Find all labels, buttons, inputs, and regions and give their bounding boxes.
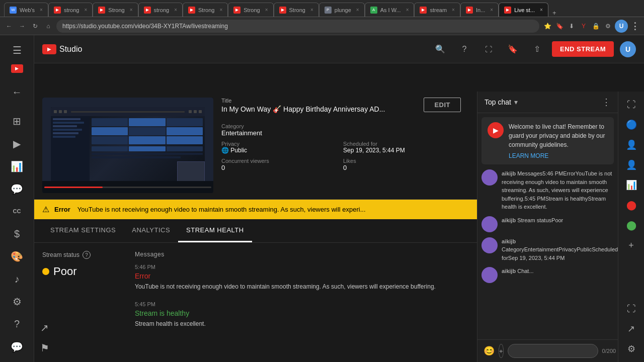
close-icon[interactable]: × xyxy=(540,7,543,13)
tab-as-i-w[interactable]: A As I W... × xyxy=(365,3,415,17)
tab-stream-settings[interactable]: STREAM SETTINGS xyxy=(42,219,124,242)
forward-button[interactable]: → xyxy=(17,21,27,31)
search-btn[interactable]: 🔍 xyxy=(431,40,449,58)
category-value: Entertainment xyxy=(221,129,339,137)
rs-icon-3[interactable]: 👤 xyxy=(622,136,640,154)
external-link-icon[interactable]: ↗ xyxy=(40,322,49,334)
customize-sidebar-icon[interactable]: 🎨 xyxy=(7,247,27,266)
close-icon[interactable]: × xyxy=(40,7,43,13)
chat-more-icon[interactable]: ⋮ xyxy=(602,97,611,108)
close-icon[interactable]: × xyxy=(174,7,177,13)
tab-stream[interactable]: ▶ stream × xyxy=(414,3,460,17)
home-button[interactable]: ⌂ xyxy=(43,21,53,31)
tab-strong4[interactable]: ▶ Strong × xyxy=(183,3,228,17)
chevron-down-icon: ▾ xyxy=(514,98,518,106)
extension-icon-6[interactable]: ⚙ xyxy=(603,21,613,31)
main-content: LIVE 5:35 xyxy=(34,92,477,362)
dashboard-icon[interactable]: ⊞ xyxy=(7,112,27,131)
tab-strong6[interactable]: ▶ Strong × xyxy=(274,3,319,17)
rs-icon-settings[interactable]: ⚙ xyxy=(622,340,640,358)
help-sidebar-icon[interactable]: ? xyxy=(7,314,27,334)
close-icon[interactable]: × xyxy=(452,7,455,13)
bookmark-icon[interactable]: 🔖 xyxy=(504,40,522,58)
tab-stream-health[interactable]: STREAM HEALTH xyxy=(178,219,252,242)
rs-icon-4[interactable]: 👤 xyxy=(622,156,640,174)
close-icon[interactable]: × xyxy=(310,7,313,13)
share-icon[interactable]: ⇧ xyxy=(528,40,546,58)
chat-title-row[interactable]: Top chat ▾ xyxy=(485,98,518,106)
close-icon[interactable]: × xyxy=(84,7,87,13)
tab-in[interactable]: ▶ In... × xyxy=(460,3,499,17)
tab-strong2[interactable]: ▶ Strong × xyxy=(93,3,138,17)
rs-icon-expand[interactable]: ⛶ xyxy=(622,300,640,318)
rs-icon-8[interactable]: + xyxy=(622,236,640,254)
tab-strong5[interactable]: ▶ Strong × xyxy=(228,3,273,17)
edit-button[interactable]: EDIT xyxy=(424,98,461,112)
chat-message-4: aikijb Chat... xyxy=(481,267,614,283)
audiolib-sidebar-icon[interactable]: ♪ xyxy=(7,269,27,289)
comments-sidebar-icon[interactable]: 💬 xyxy=(7,179,27,199)
back-button[interactable]: ← xyxy=(4,21,14,31)
extension-icon-5[interactable]: 🔒 xyxy=(591,21,601,31)
feedback-sidebar-icon[interactable]: 💬 xyxy=(7,337,27,356)
studio-text: Studio xyxy=(59,45,82,54)
hamburger-menu[interactable]: ☰ xyxy=(7,41,27,60)
flag-icon[interactable]: ⚑ xyxy=(40,342,49,354)
analytics-sidebar-icon[interactable]: 📊 xyxy=(7,156,27,176)
stream-tabs: STREAM SETTINGS ANALYTICS STREAM HEALTH xyxy=(34,219,477,243)
reload-button[interactable]: ↻ xyxy=(30,21,40,31)
char-count: 0/200 xyxy=(602,348,616,354)
extension-icon-1[interactable]: ⭐ xyxy=(542,21,552,31)
rs-icon-7[interactable]: ⬤ xyxy=(622,216,640,234)
rs-icon-1[interactable]: ⛶ xyxy=(622,96,640,114)
back-nav-button[interactable]: ← xyxy=(7,82,27,102)
close-icon[interactable]: × xyxy=(130,7,133,13)
close-icon[interactable]: × xyxy=(406,7,409,13)
learn-more-link[interactable]: LEARN MORE xyxy=(509,152,608,159)
user-avatar-header[interactable]: U xyxy=(620,41,636,57)
content-icon[interactable]: ▶ xyxy=(7,134,27,154)
subtitles-sidebar-icon[interactable]: CC xyxy=(7,202,27,221)
rs-icon-external[interactable]: ↗ xyxy=(622,320,640,338)
more-options-icon[interactable]: ⋮ xyxy=(630,21,640,31)
chat-input[interactable] xyxy=(508,344,598,358)
address-bar[interactable]: https://studio.youtube.com/video/34B-XY1… xyxy=(56,20,539,33)
screen-icon[interactable]: ⛶ xyxy=(479,40,498,58)
settings-sidebar-icon[interactable]: ⚙ xyxy=(7,292,27,311)
close-icon[interactable]: × xyxy=(490,7,493,13)
monetize-sidebar-icon[interactable]: $ xyxy=(7,224,27,244)
tab-live-active[interactable]: ▶ Live st... × xyxy=(499,3,548,17)
user-profile-icon[interactable]: U xyxy=(615,20,628,33)
help-btn[interactable]: ? xyxy=(455,40,473,58)
tab-label: Strong xyxy=(108,7,124,13)
extension-icon-4[interactable]: Y xyxy=(579,21,589,31)
emoji-button[interactable]: 😊 xyxy=(484,345,495,356)
tab-analytics[interactable]: ANALYTICS xyxy=(124,219,178,242)
rs-icon-2[interactable]: 🔵 xyxy=(622,116,640,134)
tab-plunge[interactable]: P plunge × xyxy=(319,3,365,17)
close-icon[interactable]: × xyxy=(356,7,359,13)
tab-strong1[interactable]: ▶ strong × xyxy=(48,3,93,17)
message-time-2: 5:45 PM xyxy=(135,301,469,307)
message-body-2: Stream health is excellent. xyxy=(135,319,469,328)
close-icon[interactable]: × xyxy=(265,7,268,13)
tab-strong3[interactable]: ▶ strong × xyxy=(138,3,183,17)
rs-icon-6[interactable]: ⬤ xyxy=(622,196,640,214)
yt-icon-sidebar: ▶ xyxy=(11,64,23,73)
end-stream-button[interactable]: END STREAM xyxy=(552,41,614,57)
tab-favicon-yt: ▶ xyxy=(54,7,61,14)
chat-title: Top chat xyxy=(485,98,511,106)
tab-label: stream xyxy=(430,7,447,13)
tab-favicon-p: P xyxy=(325,7,332,14)
chat-plus-button[interactable]: + xyxy=(499,344,504,358)
tab-favicon-live: ▶ xyxy=(504,7,511,14)
tab-favicon-yt3: ▶ xyxy=(144,7,151,14)
new-tab-button[interactable]: + xyxy=(548,9,560,17)
help-circle-icon[interactable]: ? xyxy=(83,251,91,259)
rs-icon-5[interactable]: 📊 xyxy=(622,176,640,194)
spacer-meta xyxy=(343,123,461,137)
close-icon[interactable]: × xyxy=(219,7,222,13)
tab-web[interactable]: W Web's × xyxy=(4,3,48,17)
extension-icon-3[interactable]: ⬇ xyxy=(567,21,577,31)
extension-icon-2[interactable]: 🔖 xyxy=(554,21,565,31)
